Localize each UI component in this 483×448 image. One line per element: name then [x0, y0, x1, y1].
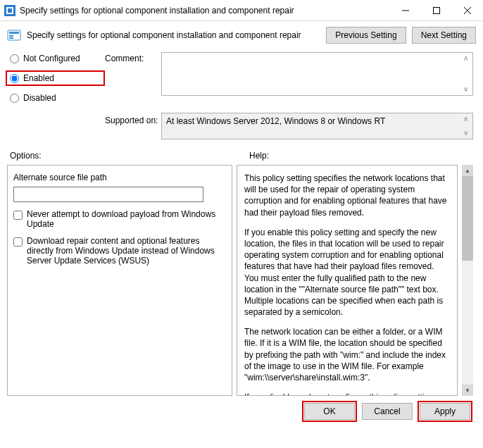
disabled-radio[interactable] [10, 94, 19, 103]
next-setting-button[interactable]: Next Setting [412, 27, 476, 44]
previous-setting-button[interactable]: Previous Setting [326, 27, 406, 44]
never-download-label: Never attempt to download payload from W… [27, 209, 226, 229]
supported-field: At least Windows Server 2012, Windows 8 … [161, 113, 473, 139]
svg-rect-9 [9, 35, 13, 37]
ok-button[interactable]: OK [304, 403, 355, 420]
help-paragraph: If you enable this policy setting and sp… [244, 227, 450, 318]
policy-icon [7, 28, 21, 42]
not-configured-label: Not Configured [23, 54, 80, 63]
options-label: Options: [10, 151, 235, 161]
svg-rect-2 [8, 8, 12, 13]
never-download-checkbox[interactable] [13, 211, 23, 220]
apply-button[interactable]: Apply [420, 403, 470, 420]
maximize-button[interactable] [421, 0, 452, 21]
alt-path-label: Alternate source file path [13, 173, 226, 182]
options-pane: Alternate source file path Never attempt… [7, 165, 232, 396]
titlebar: Specify settings for optional component … [0, 0, 483, 21]
scrollbar[interactable]: ∧∨ [460, 54, 471, 94]
minimize-button[interactable] [390, 0, 421, 21]
help-scrollbar[interactable]: ▲ ▼ [462, 165, 473, 396]
cancel-button[interactable]: Cancel [362, 403, 413, 420]
supported-label: Supported on: [105, 113, 161, 125]
help-paragraph: The network location can be either a fol… [244, 326, 450, 383]
app-icon [4, 5, 15, 16]
window-title: Specify settings for optional component … [20, 6, 390, 15]
enabled-label: Enabled [23, 73, 54, 83]
enabled-radio[interactable] [10, 74, 19, 83]
scrollbar[interactable]: ∧∨ [460, 115, 471, 137]
help-paragraph: This policy setting specifies the networ… [244, 173, 450, 218]
header-title: Specify settings for optional component … [27, 30, 326, 40]
svg-rect-10 [9, 37, 13, 39]
download-repair-label: Download repair content and optional fea… [27, 236, 226, 266]
help-pane: This policy setting specifies the networ… [237, 165, 458, 396]
download-repair-checkbox[interactable] [13, 237, 23, 247]
comment-textarea[interactable]: ∧∨ [161, 52, 473, 96]
disabled-label: Disabled [23, 93, 56, 103]
help-label: Help: [249, 151, 269, 161]
close-button[interactable] [452, 0, 483, 21]
alt-path-input[interactable] [13, 187, 203, 202]
not-configured-radio[interactable] [10, 54, 19, 63]
help-paragraph: If you disable or do not configure this … [244, 392, 450, 396]
svg-rect-4 [434, 7, 440, 13]
svg-rect-8 [9, 32, 19, 34]
comment-label: Comment: [105, 52, 161, 63]
